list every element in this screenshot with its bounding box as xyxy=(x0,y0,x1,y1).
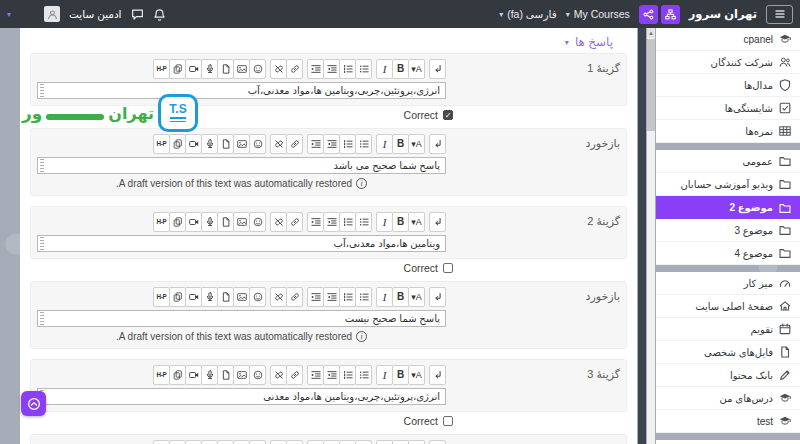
record-video-button[interactable] xyxy=(185,365,202,385)
manage-files-button[interactable] xyxy=(217,287,234,307)
manage-files-button[interactable] xyxy=(217,440,234,444)
unlink-button[interactable] xyxy=(270,365,287,385)
indent-button[interactable] xyxy=(307,59,324,79)
bullet-list-button[interactable] xyxy=(355,287,372,307)
drawer-item[interactable]: test xyxy=(656,410,800,433)
drawer-item[interactable]: صفحهٔ اصلی سایت xyxy=(656,295,800,318)
outdent-button[interactable] xyxy=(323,287,340,307)
manage-files-button[interactable] xyxy=(217,134,234,154)
italic-button[interactable]: I xyxy=(376,134,393,154)
manage-files-button[interactable] xyxy=(217,212,234,232)
editor-textarea[interactable]: پاسخ شما صحیح نیست xyxy=(37,310,446,327)
scrollbar-thumb[interactable] xyxy=(647,39,655,131)
html-button[interactable]: H-P xyxy=(153,440,170,444)
emoji-button[interactable] xyxy=(249,59,266,79)
paste-button[interactable] xyxy=(169,440,186,444)
drawer-item[interactable]: عمومی xyxy=(656,150,800,173)
indent-button[interactable] xyxy=(307,365,324,385)
bullet-list-button[interactable] xyxy=(355,440,372,444)
editor-textarea[interactable]: انرژی،پروتئین،چربی،ویتامین ها،مواد معدنی xyxy=(37,388,446,405)
italic-button[interactable]: I xyxy=(376,287,393,307)
bullet-list-button[interactable] xyxy=(355,212,372,232)
unlink-button[interactable] xyxy=(270,440,287,444)
info-icon[interactable]: i xyxy=(356,331,367,342)
italic-button[interactable]: I xyxy=(376,440,393,444)
bullet-list-button[interactable] xyxy=(355,365,372,385)
italic-button[interactable]: I xyxy=(376,59,393,79)
page-scrollbar[interactable] xyxy=(638,28,646,444)
correct-checkbox[interactable] xyxy=(443,416,453,426)
notifications-icon[interactable] xyxy=(153,8,166,21)
emoji-button[interactable] xyxy=(249,287,266,307)
editor-textarea[interactable]: پاسخ شما صحیح می باشد xyxy=(37,157,446,174)
resize-handle-icon[interactable] xyxy=(39,159,45,172)
link-button[interactable] xyxy=(286,440,303,444)
format-button[interactable]: ▾A xyxy=(408,287,425,307)
ordered-list-button[interactable] xyxy=(339,134,356,154)
link-button[interactable] xyxy=(286,59,303,79)
resize-handle-icon[interactable] xyxy=(39,84,45,97)
unlink-button[interactable] xyxy=(270,134,287,154)
outdent-button[interactable] xyxy=(323,134,340,154)
drawer-item[interactable]: میز کار xyxy=(656,272,800,295)
paste-button[interactable] xyxy=(169,287,186,307)
link-button[interactable] xyxy=(286,365,303,385)
ordered-list-button[interactable] xyxy=(339,365,356,385)
bold-button[interactable]: B xyxy=(392,212,409,232)
record-audio-button[interactable] xyxy=(201,134,218,154)
format-button[interactable]: ▾A xyxy=(408,134,425,154)
back-to-top-button[interactable] xyxy=(21,391,46,416)
drawer-item[interactable]: فایل‌های شخصی xyxy=(656,341,800,364)
drawer-item[interactable]: مدال‌ها xyxy=(656,74,800,97)
html-button[interactable]: H-P xyxy=(153,212,170,232)
paste-button[interactable] xyxy=(169,212,186,232)
record-video-button[interactable] xyxy=(185,59,202,79)
collapse-toolbar-button[interactable] xyxy=(429,440,446,444)
correct-checkbox[interactable] xyxy=(443,263,453,273)
ordered-list-button[interactable] xyxy=(339,287,356,307)
bullet-list-button[interactable] xyxy=(355,59,372,79)
html-button[interactable]: H-P xyxy=(153,365,170,385)
unlink-button[interactable] xyxy=(270,287,287,307)
paste-button[interactable] xyxy=(169,59,186,79)
indent-button[interactable] xyxy=(307,212,324,232)
bold-button[interactable]: B xyxy=(392,440,409,444)
resize-handle-icon[interactable] xyxy=(39,312,45,325)
messages-icon[interactable] xyxy=(131,8,144,21)
format-button[interactable]: ▾A xyxy=(408,440,425,444)
language-menu[interactable]: فارسی (fa) ▾ xyxy=(499,8,557,20)
drawer-item[interactable]: تقویم xyxy=(656,318,800,341)
drawer-item[interactable]: بانک محتوا xyxy=(656,364,800,387)
bold-button[interactable]: B xyxy=(392,59,409,79)
bold-button[interactable]: B xyxy=(392,134,409,154)
indent-button[interactable] xyxy=(307,287,324,307)
link-button[interactable] xyxy=(286,212,303,232)
correct-checkbox[interactable]: ✓ xyxy=(443,110,453,120)
emoji-button[interactable] xyxy=(249,440,266,444)
ordered-list-button[interactable] xyxy=(339,59,356,79)
unlink-button[interactable] xyxy=(270,212,287,232)
html-button[interactable]: H-P xyxy=(153,287,170,307)
collapse-toolbar-button[interactable] xyxy=(429,365,446,385)
link-button[interactable] xyxy=(286,134,303,154)
sitemap-button[interactable] xyxy=(661,5,680,24)
format-button[interactable]: ▾A xyxy=(408,365,425,385)
ordered-list-button[interactable] xyxy=(339,440,356,444)
format-button[interactable]: ▾A xyxy=(408,212,425,232)
paste-button[interactable] xyxy=(169,365,186,385)
bold-button[interactable]: B xyxy=(392,365,409,385)
link-button[interactable] xyxy=(286,287,303,307)
editor-textarea[interactable]: ویتامین ها،مواد معدنی،آب xyxy=(37,235,446,252)
share-button[interactable] xyxy=(639,5,658,24)
drawer-item[interactable]: مدیریت سایت xyxy=(656,440,800,444)
outdent-button[interactable] xyxy=(323,212,340,232)
record-video-button[interactable] xyxy=(185,212,202,232)
indent-button[interactable] xyxy=(307,440,324,444)
scrollbar-up-arrow-icon[interactable]: ▲ xyxy=(647,28,655,38)
emoji-button[interactable] xyxy=(249,134,266,154)
outdent-button[interactable] xyxy=(323,365,340,385)
collapse-toolbar-button[interactable] xyxy=(429,212,446,232)
drawer-item[interactable]: cpanel xyxy=(656,28,800,51)
record-audio-button[interactable] xyxy=(201,212,218,232)
editor-textarea[interactable]: انرژی،پروتئین،چربی،ویتامین ها،مواد معدنی… xyxy=(37,82,446,99)
